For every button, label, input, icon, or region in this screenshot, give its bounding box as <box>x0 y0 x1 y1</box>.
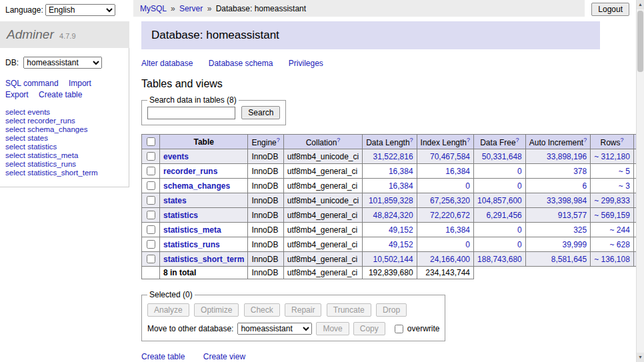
help-icon[interactable]: ? <box>337 137 340 143</box>
data-free-link[interactable]: 0 <box>517 167 522 176</box>
data-free-link[interactable]: 0 <box>517 240 522 249</box>
search-button[interactable]: Search <box>241 106 280 119</box>
privileges-link[interactable]: Privileges <box>289 59 323 68</box>
repair-button[interactable]: Repair <box>285 303 321 317</box>
overwrite-checkbox[interactable] <box>395 325 403 333</box>
rows-count-link[interactable]: ~ 136,108 <box>594 255 630 264</box>
table-link[interactable]: statistics_runs <box>163 240 220 249</box>
drop-button[interactable]: Drop <box>376 303 407 317</box>
index-length-link[interactable]: 0 <box>465 240 470 249</box>
language-select[interactable]: English <box>45 4 115 16</box>
select-all-checkbox[interactable] <box>147 137 155 146</box>
copy-button[interactable]: Copy <box>353 322 385 335</box>
auto-increment-link[interactable]: 39,999 <box>562 240 587 249</box>
auto-increment-link[interactable]: 33,398,984 <box>547 196 587 205</box>
optimize-button[interactable]: Optimize <box>194 303 239 317</box>
index-length-link[interactable]: 24,166,400 <box>430 255 470 264</box>
index-length-link[interactable]: 67,256,320 <box>430 196 470 205</box>
index-length-link[interactable]: 72,220,672 <box>430 211 470 220</box>
rows-count-link[interactable]: ~ 3 <box>619 181 630 191</box>
auto-increment-link[interactable]: 6 <box>582 181 587 191</box>
rows-count-link[interactable]: ~ 569,159 <box>594 211 630 220</box>
index-length-link[interactable]: 70,467,584 <box>430 152 470 161</box>
logout-button[interactable]: Logout <box>591 3 629 16</box>
data-length-link[interactable]: 49,152 <box>389 225 413 235</box>
search-input[interactable] <box>147 107 235 119</box>
row-checkbox[interactable] <box>147 240 155 249</box>
alter-database-link[interactable]: Alter database <box>141 59 193 68</box>
analyze-button[interactable]: Analyze <box>147 303 189 317</box>
auto-increment-link[interactable]: 8,581,645 <box>551 255 587 264</box>
help-icon[interactable]: ? <box>516 137 519 143</box>
help-icon[interactable]: ? <box>621 137 624 143</box>
auto-increment-link[interactable]: 378 <box>573 167 587 176</box>
sidebar-item-select-schema-changes[interactable]: select schema_changes <box>5 125 123 134</box>
data-length-link[interactable]: 10,502,144 <box>373 255 413 264</box>
breadcrumb-server-link[interactable]: Server <box>179 4 203 13</box>
index-length-link[interactable]: 16,384 <box>445 225 470 235</box>
table-link[interactable]: events <box>163 152 189 161</box>
check-button[interactable]: Check <box>244 303 280 317</box>
help-icon[interactable]: ? <box>410 137 413 143</box>
table-link[interactable]: statistics_meta <box>163 225 221 235</box>
data-free-link[interactable]: 0 <box>517 225 522 235</box>
sidebar-link-sql-command[interactable]: SQL command <box>5 79 59 88</box>
row-checkbox[interactable] <box>147 255 155 263</box>
sidebar-item-select-statistics-short-term[interactable]: select statistics_short_term <box>5 169 123 177</box>
sidebar-item-select-events[interactable]: select events <box>5 108 123 117</box>
sidebar-item-select-statistics-meta[interactable]: select statistics_meta <box>5 151 123 160</box>
row-checkbox[interactable] <box>147 225 155 234</box>
table-link[interactable]: schema_changes <box>163 181 230 191</box>
sidebar-link-create-table[interactable]: Create table <box>39 90 82 99</box>
data-length-link[interactable]: 31,522,816 <box>373 152 413 161</box>
scroll-down-icon[interactable]: ▼ <box>637 353 644 362</box>
rows-count-link[interactable]: ~ 312,180 <box>594 152 630 161</box>
create-view-link[interactable]: Create view <box>203 352 245 361</box>
data-free-link[interactable]: 188,743,680 <box>477 255 522 264</box>
db-select[interactable]: homeassistant <box>23 57 102 69</box>
data-free-link[interactable]: 104,857,600 <box>477 196 522 205</box>
sidebar-item-select-statistics-runs[interactable]: select statistics_runs <box>5 160 123 169</box>
help-icon[interactable]: ? <box>583 137 587 143</box>
scroll-up-icon[interactable]: ▲ <box>637 0 644 9</box>
database-schema-link[interactable]: Database schema <box>209 59 273 68</box>
auto-increment-link[interactable]: 913,577 <box>558 211 587 220</box>
rows-count-link[interactable]: ~ 244 <box>610 225 630 235</box>
row-checkbox[interactable] <box>147 196 155 205</box>
table-link[interactable]: statistics <box>163 211 198 220</box>
overwrite-toggle[interactable]: overwrite <box>392 323 440 335</box>
help-icon[interactable]: ? <box>277 137 280 143</box>
scrollbar[interactable]: ▲ ▼ <box>636 0 644 362</box>
scrollbar-thumb[interactable] <box>637 11 643 72</box>
index-length-link[interactable]: 0 <box>465 181 470 191</box>
table-link[interactable]: states <box>163 196 187 205</box>
sidebar-item-select-recorder-runs[interactable]: select recorder_runs <box>5 117 123 125</box>
help-icon[interactable]: ? <box>467 137 470 143</box>
sidebar-link-export[interactable]: Export <box>5 90 29 99</box>
data-free-link[interactable]: 50,331,648 <box>482 152 522 161</box>
rows-count-link[interactable]: ~ 628 <box>610 240 630 249</box>
app-name[interactable]: Adminer <box>7 27 54 41</box>
row-checkbox[interactable] <box>147 211 155 219</box>
truncate-button[interactable]: Truncate <box>327 303 371 317</box>
create-table-link[interactable]: Create table <box>141 352 185 361</box>
data-length-link[interactable]: 48,824,320 <box>373 211 413 220</box>
data-length-link[interactable]: 16,384 <box>389 181 413 191</box>
move-db-select[interactable]: homeassistant <box>237 323 312 335</box>
data-length-link[interactable]: 101,859,328 <box>369 196 413 205</box>
rows-count-link[interactable]: ~ 299,833 <box>594 196 630 205</box>
row-checkbox[interactable] <box>147 181 155 190</box>
table-link[interactable]: statistics_short_term <box>163 255 244 264</box>
sidebar-item-select-statistics[interactable]: select statistics <box>5 143 123 151</box>
breadcrumb-mysql-link[interactable]: MySQL <box>140 4 167 13</box>
data-length-link[interactable]: 49,152 <box>389 240 413 249</box>
data-free-link[interactable]: 0 <box>517 181 522 191</box>
sidebar-link-import[interactable]: Import <box>69 79 91 88</box>
data-length-link[interactable]: 16,384 <box>389 167 413 176</box>
auto-increment-link[interactable]: 33,898,196 <box>547 152 587 161</box>
row-checkbox[interactable] <box>147 167 155 175</box>
index-length-link[interactable]: 16,384 <box>445 167 470 176</box>
move-button[interactable]: Move <box>316 322 349 335</box>
sidebar-item-select-states[interactable]: select states <box>5 134 123 143</box>
table-link[interactable]: recorder_runs <box>163 167 217 176</box>
